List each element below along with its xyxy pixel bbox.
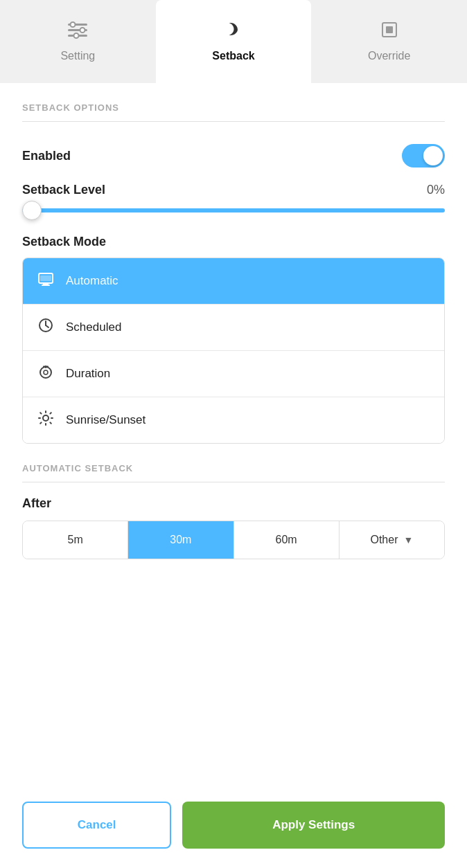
enabled-row: Enabled [22, 136, 445, 176]
svg-rect-9 [43, 283, 49, 284]
toggle-slider [402, 144, 445, 168]
setback-level-value: 0% [427, 183, 445, 197]
mode-list: Automatic Scheduled [22, 257, 445, 444]
automatic-setback-header: AUTOMATIC SETBACK [22, 463, 445, 482]
tab-setback-label: Setback [212, 50, 254, 62]
setback-icon [224, 20, 243, 44]
enabled-label: Enabled [22, 149, 71, 163]
tab-setback[interactable]: Setback [156, 0, 312, 83]
svg-line-27 [50, 413, 51, 413]
setback-level-row: Setback Level 0% [22, 183, 445, 197]
setback-slider-container [22, 203, 445, 215]
main-content: SETBACK OPTIONS Enabled Setback Level 0%… [0, 83, 467, 868]
tab-setting-label: Setting [60, 50, 95, 62]
svg-point-16 [44, 370, 48, 374]
tab-setting[interactable]: Setting [0, 0, 156, 83]
svg-point-5 [74, 33, 79, 38]
other-chevron-icon: ▼ [403, 534, 413, 545]
mode-sunrise-sunset-label: Sunrise/Sunset [66, 413, 146, 427]
mode-automatic-label: Automatic [66, 274, 118, 288]
svg-rect-11 [40, 275, 51, 281]
setback-level-slider[interactable] [22, 208, 445, 213]
tab-override-label: Override [368, 50, 410, 62]
svg-line-26 [40, 422, 41, 423]
tab-override[interactable]: Override [311, 0, 467, 83]
mode-scheduled-label: Scheduled [66, 320, 121, 334]
svg-line-14 [46, 325, 49, 327]
svg-rect-10 [42, 284, 50, 286]
svg-rect-7 [386, 26, 393, 33]
apply-settings-button[interactable]: Apply Settings [182, 802, 445, 849]
cancel-button[interactable]: Cancel [22, 802, 171, 849]
mode-item-automatic[interactable]: Automatic [23, 258, 444, 305]
svg-point-19 [43, 415, 49, 421]
time-option-30m[interactable]: 30m [128, 521, 234, 559]
svg-point-15 [40, 367, 51, 378]
svg-point-1 [71, 22, 76, 27]
spacer [22, 581, 445, 802]
mode-item-duration[interactable]: Duration [23, 351, 444, 397]
sunrise-sunset-icon [37, 410, 55, 431]
time-option-5m[interactable]: 5m [23, 521, 128, 559]
override-icon [380, 20, 399, 44]
tab-bar: Setting Setback Override [0, 0, 467, 83]
setback-level-label: Setback Level [22, 183, 105, 197]
svg-point-3 [80, 28, 85, 33]
duration-icon [37, 363, 55, 384]
svg-line-22 [40, 413, 41, 413]
setback-options-header: SETBACK OPTIONS [22, 102, 445, 122]
mode-item-scheduled[interactable]: Scheduled [23, 305, 444, 351]
setting-icon [67, 20, 89, 44]
time-option-60m[interactable]: 60m [234, 521, 340, 559]
buttons-row: Cancel Apply Settings [22, 802, 445, 849]
time-options: 5m 30m 60m Other ▼ [22, 521, 445, 559]
mode-duration-label: Duration [66, 367, 110, 381]
automatic-icon [37, 271, 55, 291]
setback-mode-label: Setback Mode [22, 235, 445, 249]
scheduled-icon [37, 317, 55, 338]
after-label: After [22, 496, 445, 511]
mode-item-sunrise-sunset[interactable]: Sunrise/Sunset [23, 397, 444, 443]
time-option-other[interactable]: Other ▼ [340, 521, 444, 559]
enabled-toggle[interactable] [402, 144, 445, 168]
svg-line-23 [50, 422, 51, 423]
